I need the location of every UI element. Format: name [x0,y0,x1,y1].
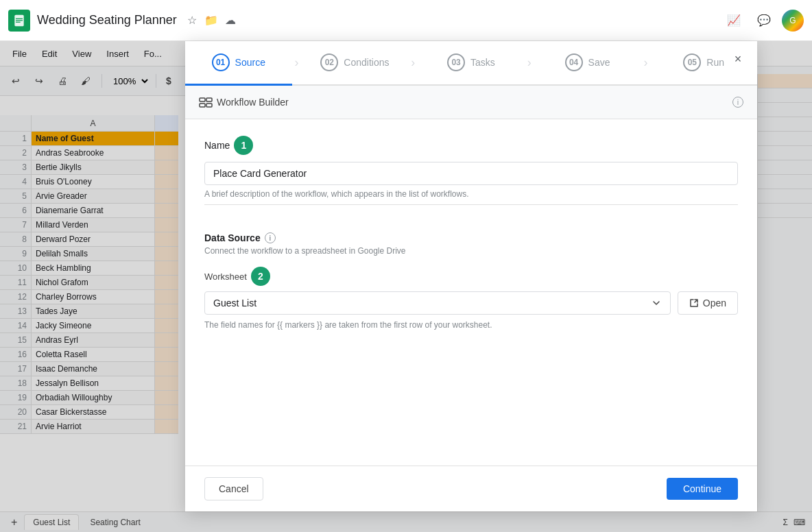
external-link-icon [689,298,699,308]
trend-icon[interactable]: 📈 [721,8,746,33]
data-source-label: Data Source i [204,232,738,243]
step-label-3: Tasks [470,57,495,68]
step-circle-4: 04 [565,53,583,71]
workflow-name-input[interactable] [204,162,738,185]
section-divider [204,204,738,205]
svg-rect-4 [200,98,205,101]
data-source-section: Data Source i Connect the workflow to a … [185,227,757,346]
comments-icon[interactable]: 💬 [752,8,776,33]
svg-rect-5 [206,98,212,101]
step-label-2: Conditions [344,57,389,68]
cancel-button[interactable]: Cancel [204,477,263,500]
step-label-5: Run [706,57,724,68]
sheets-background: Wedding Seating Planner ☆ 📁 ☁ 📈 💬 G File… [0,0,812,532]
star-icon[interactable]: ☆ [185,14,199,27]
continue-button[interactable]: Continue [667,478,738,500]
svg-rect-2 [16,20,23,21]
top-bar: Wedding Seating Planner ☆ 📁 ☁ 📈 💬 G [0,0,812,41]
open-btn-label: Open [703,298,726,309]
worksheet-label-text: Worksheet [204,271,247,282]
step-circle-3: 03 [447,53,465,71]
name-badge: 1 [234,136,253,155]
workflow-builder-label: Workflow Builder [217,97,289,108]
workflow-info-icon[interactable]: i [732,97,743,108]
data-source-hint: Connect the workflow to a spreadsheet in… [204,246,738,256]
workflow-icon: Workflow Builder [199,95,289,109]
name-hint: A brief description of the workflow, whi… [204,189,738,199]
worksheet-row: Guest List Open [204,291,738,315]
step-circle-2: 02 [320,53,338,71]
folder-icon[interactable]: 📁 [204,14,218,27]
worksheet-badge: 2 [251,267,270,286]
step-sep-2: › [408,41,418,84]
svg-rect-7 [206,104,212,107]
worksheet-note: The field names for {{ markers }} are ta… [204,320,738,330]
step-circle-1: 01 [212,53,230,71]
tab-source[interactable]: 01 Source [185,41,292,86]
worksheet-value: Guest List [213,298,256,309]
tab-save[interactable]: 04 Save [534,41,641,86]
chevron-down-icon [651,298,662,309]
step-circle-5: 05 [683,53,701,71]
step-label-4: Save [588,57,610,68]
data-source-title: Data Source [204,232,261,243]
worksheet-label: Worksheet 2 [204,267,738,286]
modal-panel: × 01 Source › 02 Conditions › 03 Tasks ›… [185,41,757,511]
name-label: Name 1 [204,136,738,155]
top-right-icons: 📈 💬 G [721,8,804,33]
svg-rect-1 [16,18,23,19]
top-icons: ☆ 📁 ☁ [185,14,237,27]
step-sep-1: › [292,41,302,84]
worksheet-select[interactable]: Guest List [204,291,671,315]
tab-conditions[interactable]: 02 Conditions [302,41,409,86]
svg-rect-3 [16,21,21,22]
doc-title: Wedding Seating Planner [37,13,177,27]
tab-tasks[interactable]: 03 Tasks [418,41,525,86]
modal-close-button[interactable]: × [728,49,748,69]
step-tabs: 01 Source › 02 Conditions › 03 Tasks › 0… [185,41,757,86]
workflow-header: Workflow Builder i [185,86,757,119]
name-section: Name 1 A brief description of the workfl… [185,119,757,227]
open-button[interactable]: Open [678,291,738,315]
sheets-logo [8,10,30,32]
step-sep-4: › [641,41,650,84]
avatar[interactable]: G [782,10,804,32]
step-sep-3: › [525,41,534,84]
name-section-title: Name [204,140,230,151]
data-source-info-icon[interactable]: i [265,232,276,243]
cloud-icon[interactable]: ☁ [224,14,237,27]
step-label-1: Source [235,57,265,68]
modal-footer: Cancel Continue [185,466,757,511]
modal-body: Workflow Builder i Name 1 A brief descri… [185,86,757,466]
svg-rect-6 [200,104,205,107]
